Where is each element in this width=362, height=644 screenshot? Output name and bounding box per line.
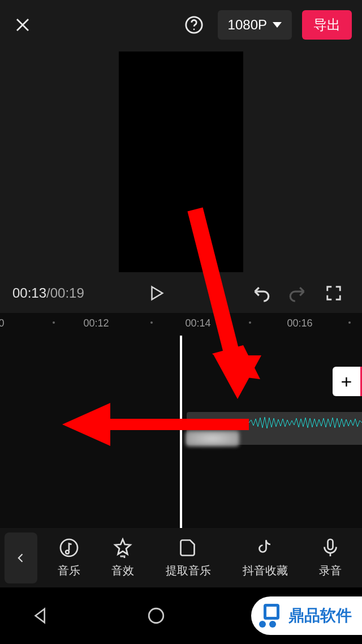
- nav-back-button[interactable]: [32, 607, 50, 625]
- undo-button[interactable]: [245, 277, 277, 309]
- tool-label: 提取音乐: [166, 563, 211, 578]
- playhead[interactable]: [180, 336, 182, 535]
- play-button[interactable]: [140, 277, 172, 309]
- back-button[interactable]: [5, 533, 37, 583]
- douyin-icon: [255, 537, 276, 559]
- time-counter: 00:13/00:19: [12, 285, 84, 301]
- video-frame: [119, 51, 243, 272]
- tool-douyin[interactable]: 抖音收藏: [243, 537, 288, 578]
- video-preview[interactable]: [0, 50, 362, 273]
- redo-icon: [288, 284, 307, 303]
- tool-label: 音效: [111, 563, 134, 578]
- waveform-icon: [187, 417, 362, 429]
- redo-button[interactable]: [282, 277, 313, 309]
- fullscreen-button[interactable]: [318, 277, 350, 309]
- tool-music[interactable]: 音乐: [58, 537, 80, 578]
- system-nav-bar: 鼎品软件: [0, 587, 362, 644]
- audio-clip-label-blurred: [186, 431, 239, 446]
- tool-extract[interactable]: 提取音乐: [166, 537, 211, 578]
- play-icon: [148, 285, 165, 302]
- undo-icon: [252, 284, 271, 303]
- help-icon: [184, 15, 204, 35]
- fullscreen-icon: [325, 285, 342, 302]
- export-button[interactable]: 导出: [302, 10, 352, 40]
- record-icon: [320, 537, 341, 559]
- plus-icon: +: [341, 371, 352, 393]
- resolution-label: 1080P: [228, 17, 267, 33]
- svg-rect-3: [328, 539, 333, 549]
- tool-record[interactable]: 录音: [319, 537, 342, 578]
- triangle-back-icon: [32, 607, 50, 625]
- tool-label: 音乐: [58, 563, 80, 578]
- help-button[interactable]: [182, 12, 206, 37]
- svg-point-4: [149, 608, 163, 623]
- ruler-dot: [249, 321, 251, 324]
- close-icon: [14, 16, 31, 33]
- chevron-down-icon: [273, 22, 282, 28]
- extract-icon: [178, 537, 199, 559]
- tool-label: 抖音收藏: [243, 563, 288, 578]
- timeline-ruler: 0:1000:1200:1400:16: [0, 313, 362, 336]
- ruler-dot: [150, 321, 153, 324]
- bottom-toolbar: 音乐音效提取音乐抖音收藏录音: [0, 528, 362, 587]
- ruler-tick: 00:12: [83, 317, 109, 329]
- ruler-tick: 00:14: [185, 317, 210, 329]
- close-button[interactable]: [10, 12, 35, 37]
- ruler-dot: [348, 321, 351, 324]
- top-bar: 1080P 导出: [0, 0, 362, 50]
- resolution-selector[interactable]: 1080P: [218, 10, 292, 40]
- svg-point-1: [193, 28, 195, 30]
- playback-controls: 00:13/00:19: [0, 273, 362, 313]
- circle-home-icon: [146, 606, 166, 625]
- ruler-tick: 0:10: [0, 317, 5, 329]
- sfx-icon: [112, 537, 133, 559]
- nav-home-button[interactable]: [146, 606, 166, 625]
- tool-sfx[interactable]: 音效: [111, 537, 134, 578]
- add-clip-button[interactable]: +: [333, 367, 362, 396]
- tool-label: 录音: [319, 563, 342, 578]
- timeline[interactable]: 0:1000:1200:1400:16 +: [0, 313, 362, 542]
- brand-logo-icon: [259, 604, 283, 628]
- music-icon: [58, 537, 80, 559]
- chevron-left-icon: [15, 549, 27, 566]
- brand-watermark: 鼎品软件: [251, 596, 362, 635]
- ruler-dot: [53, 321, 55, 324]
- ruler-tick: 00:16: [287, 317, 312, 329]
